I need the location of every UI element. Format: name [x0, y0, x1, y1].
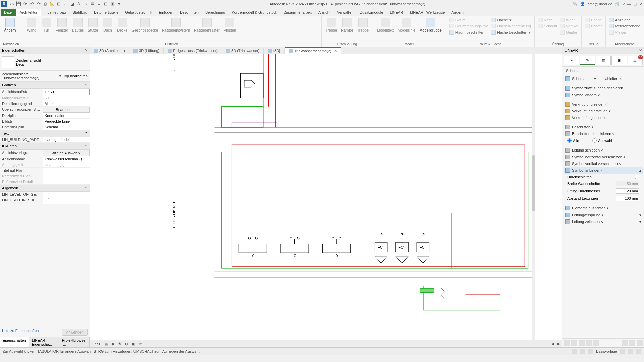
- status-icon-4[interactable]: [620, 349, 625, 354]
- tab-einfuegen[interactable]: Einfügen: [155, 9, 176, 16]
- section-icon[interactable]: ▤: [89, 1, 95, 7]
- close-linear-icon[interactable]: ✕: [639, 48, 642, 53]
- instance-label[interactable]: Zeichenansicht: Trinkwasserschema(2): [2, 72, 56, 80]
- cart-icon[interactable]: 🛒: [615, 2, 620, 6]
- lin-foot-2[interactable]: [571, 340, 577, 346]
- lin-elemente-ausrichten[interactable]: Elemente ausrichten <: [564, 205, 643, 212]
- home-icon[interactable]: ⌂: [83, 1, 89, 7]
- more-icon[interactable]: ▾: [116, 1, 122, 7]
- align-icon[interactable]: ⊞: [56, 1, 62, 7]
- help-icon[interactable]: ?: [623, 2, 625, 6]
- tab-zusatzmodule[interactable]: Zusatzmodule: [357, 9, 386, 16]
- scale-label[interactable]: 1 : 50: [92, 342, 101, 346]
- crop-icon[interactable]: ▣: [131, 342, 135, 346]
- tagroom-button[interactable]: Raum beschriften: [449, 29, 489, 35]
- tab-architektur[interactable]: Architektur: [16, 9, 41, 16]
- lin-foot-4[interactable]: [586, 340, 592, 346]
- tab-ingenieurbau[interactable]: Ingenieurbau: [41, 9, 69, 16]
- tab-ansicht[interactable]: Ansicht: [315, 9, 334, 16]
- drawing-canvas[interactable]: 1. OG - OK RFB 2. OG - OK RF: [90, 54, 562, 340]
- sun-icon[interactable]: ☀: [118, 342, 121, 346]
- dim-icon[interactable]: ↔: [62, 1, 68, 7]
- lin-tab-2[interactable]: ✎: [580, 56, 595, 65]
- scroll-right-icon[interactable]: ▶: [557, 342, 560, 346]
- tab-verwalten[interactable]: Verwalten: [334, 9, 357, 16]
- scroll-left-icon[interactable]: ◀: [551, 342, 554, 346]
- visual-style-icon[interactable]: ◉: [111, 342, 115, 346]
- refplane-button[interactable]: Referenzebene: [608, 23, 641, 29]
- tagarea-button[interactable]: Fläche beschriften ▾: [490, 29, 532, 35]
- lin-tab-3[interactable]: ▥: [596, 56, 611, 65]
- lin-leitung-schieben[interactable]: Leitung schieben <: [564, 147, 643, 154]
- basisvorlage-label[interactable]: Basisvorlage: [596, 349, 617, 353]
- lin-symbol-v[interactable]: Symbol vertikal verschieben <: [564, 160, 643, 167]
- lin-symbolzuweisung[interactable]: Symbolzuweisungen definieren ...: [564, 85, 643, 92]
- detail-level-icon[interactable]: ▦: [105, 342, 108, 346]
- minimize-icon[interactable]: —: [627, 2, 631, 6]
- search-icon[interactable]: 🔍: [573, 2, 578, 6]
- tab-berechnung[interactable]: Berechnung: [202, 9, 228, 16]
- close-view-icon[interactable]: ✕: [334, 49, 337, 53]
- thin-icon[interactable]: ≡: [96, 1, 102, 7]
- lin-link-erstellen[interactable]: Verknüpfung erstellen <: [564, 108, 643, 114]
- tab-koerpermodell[interactable]: Körpermodell & Grundstück: [228, 9, 280, 16]
- view-tab-3d-arch[interactable]: 3D (Architektur): [90, 48, 129, 54]
- tab-betonfertigteile[interactable]: Betonfertigteile: [91, 9, 122, 16]
- tag-icon[interactable]: ◢: [69, 1, 75, 7]
- radio-alle[interactable]: Alle: [567, 138, 579, 143]
- print-icon[interactable]: ⎙: [42, 1, 48, 7]
- save-icon[interactable]: 💾: [15, 1, 21, 7]
- hide-icon[interactable]: 👁: [138, 342, 142, 346]
- tab-projektbrowser[interactable]: Projektbrowser -...: [59, 337, 90, 347]
- view-tab-trinkwasserschema[interactable]: Trinkwasserschema(2)✕: [285, 47, 341, 54]
- lin-tab-5[interactable]: ⚠: [628, 56, 643, 65]
- modelgroup-button[interactable]: Modellgruppe: [418, 17, 443, 33]
- cat-grafiken[interactable]: Grafiken⌃: [0, 82, 90, 89]
- lin-symbol-aendern[interactable]: Symbol ändern <: [564, 92, 643, 98]
- lin-beschriften[interactable]: Beschriften <: [564, 124, 643, 130]
- sync-icon[interactable]: ⟳: [22, 1, 28, 7]
- cat-allgemein[interactable]: Allgemein⌃: [0, 185, 90, 192]
- view-tab-3d[interactable]: {3D}: [264, 48, 284, 54]
- close-views-icon[interactable]: ⊟: [103, 1, 109, 7]
- status-icon-6[interactable]: [636, 349, 641, 354]
- lin-leitung-zeichnen[interactable]: Leitung zeichnen <▾: [564, 218, 643, 225]
- status-icon-2[interactable]: [580, 349, 585, 354]
- status-icon-3[interactable]: [588, 349, 593, 354]
- lin-beschrifter-update[interactable]: Beschrifter aktualisieren <: [564, 130, 643, 137]
- undo-icon[interactable]: ↶: [29, 1, 35, 7]
- lin-foot-8[interactable]: [637, 340, 643, 346]
- abstand-input[interactable]: [616, 196, 639, 201]
- tab-linear-werkzeuge[interactable]: LINEAR | Werkzeuge: [407, 9, 448, 16]
- area-button[interactable]: Fläche ▾: [490, 17, 532, 23]
- lin-symbol-anbinden[interactable]: Symbol anbinden <▴: [564, 167, 643, 174]
- lin-symbol-h[interactable]: Symbol horizontal verschieben <: [564, 154, 643, 160]
- durchschleifen-checkbox[interactable]: [635, 175, 639, 179]
- lin-link-loesen[interactable]: Verknüpfung lösen <: [564, 114, 643, 121]
- cat-iddaten[interactable]: ID-Daten⌃: [0, 143, 90, 150]
- lin-tab-4[interactable]: ⊞: [611, 56, 627, 65]
- measure-icon[interactable]: 📐: [49, 1, 55, 7]
- show-button[interactable]: Anzeigen: [608, 17, 641, 23]
- modify-button[interactable]: Ändern: [3, 17, 17, 33]
- lin-foot-6[interactable]: [622, 340, 628, 346]
- lin-tab-1[interactable]: ≡: [564, 56, 579, 65]
- redo-icon[interactable]: ↷: [36, 1, 42, 7]
- view-tab-3d-lueftung[interactable]: 3D (Lüftung): [129, 48, 164, 54]
- tab-eigenschaften[interactable]: Eigenschaften: [0, 337, 29, 347]
- maximize-icon[interactable]: ▢: [634, 2, 637, 6]
- tab-gebaeudetechnik[interactable]: Gebäudetechnik: [122, 9, 155, 16]
- status-icon-5[interactable]: [628, 349, 633, 354]
- lin-foot-3[interactable]: [579, 340, 585, 346]
- tab-stahlbau[interactable]: Stahlbau: [69, 9, 91, 16]
- text-icon[interactable]: A: [76, 1, 82, 7]
- open-icon[interactable]: 🗁: [9, 1, 15, 7]
- tab-beschriften[interactable]: Beschriften: [177, 9, 202, 16]
- shadow-icon[interactable]: ◐: [125, 342, 128, 346]
- tab-linear-eigenschaften[interactable]: LINEAR Eigenscha...: [29, 337, 59, 347]
- type-selector[interactable]: Zeichenansicht Detail: [0, 54, 90, 71]
- edit-type-button[interactable]: 🗎 Typ bearbeiten: [58, 74, 88, 78]
- view-tab-eg-trink[interactable]: Erdgeschoss (Trinkwasser): [164, 48, 222, 54]
- lin-leitungversprung[interactable]: Leitungversprung <▾: [564, 212, 643, 218]
- lin-foot-5[interactable]: [593, 340, 599, 346]
